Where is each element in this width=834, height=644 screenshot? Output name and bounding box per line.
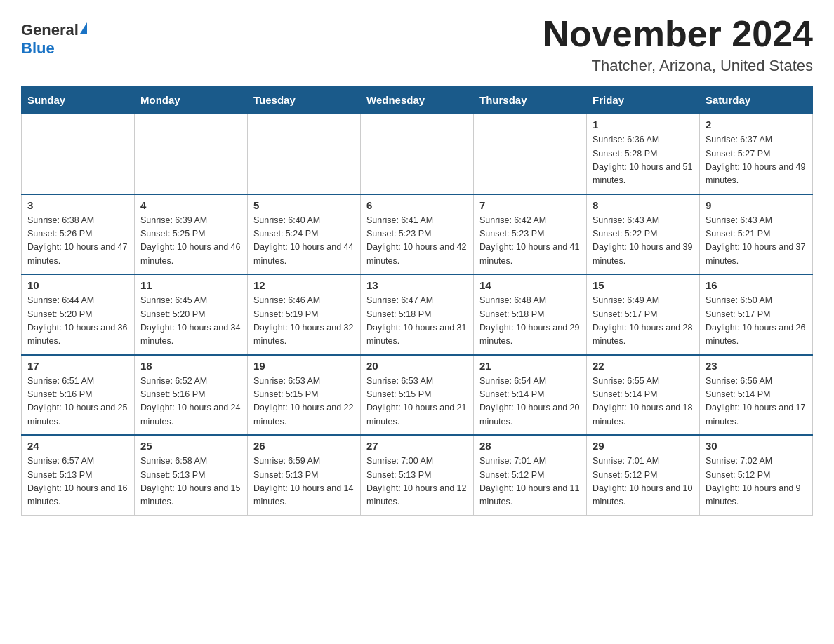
day-info: Sunrise: 6:37 AMSunset: 5:27 PMDaylight:…	[706, 133, 807, 188]
weekday-header-sunday: Sunday	[22, 87, 135, 114]
calendar-cell: 14Sunrise: 6:48 AMSunset: 5:18 PMDayligh…	[474, 274, 587, 355]
day-number: 12	[253, 279, 355, 291]
day-number: 3	[27, 199, 128, 211]
week-row-2: 3Sunrise: 6:38 AMSunset: 5:26 PMDaylight…	[22, 194, 813, 275]
week-row-5: 24Sunrise: 6:57 AMSunset: 5:13 PMDayligh…	[22, 435, 813, 515]
weekday-header-row: SundayMondayTuesdayWednesdayThursdayFrid…	[22, 87, 813, 114]
calendar-cell	[135, 114, 248, 194]
calendar-cell: 9Sunrise: 6:43 AMSunset: 5:21 PMDaylight…	[700, 194, 813, 275]
calendar-cell: 15Sunrise: 6:49 AMSunset: 5:17 PMDayligh…	[587, 274, 700, 355]
header: General Blue November 2024 Thatcher, Ari…	[21, 14, 813, 75]
day-info: Sunrise: 6:42 AMSunset: 5:23 PMDaylight:…	[479, 214, 581, 269]
day-number: 2	[706, 119, 807, 130]
day-number: 6	[366, 199, 468, 211]
logo: General Blue	[21, 14, 87, 58]
day-info: Sunrise: 6:51 AMSunset: 5:16 PMDaylight:…	[27, 375, 128, 429]
calendar-cell: 18Sunrise: 6:52 AMSunset: 5:16 PMDayligh…	[135, 355, 248, 436]
day-info: Sunrise: 6:53 AMSunset: 5:15 PMDaylight:…	[253, 375, 355, 429]
weekday-header-friday: Friday	[587, 87, 700, 114]
calendar-cell: 17Sunrise: 6:51 AMSunset: 5:16 PMDayligh…	[22, 355, 135, 436]
calendar-cell: 19Sunrise: 6:53 AMSunset: 5:15 PMDayligh…	[248, 355, 361, 436]
logo-triangle-icon	[80, 22, 87, 34]
calendar-cell: 29Sunrise: 7:01 AMSunset: 5:12 PMDayligh…	[587, 435, 700, 515]
calendar-cell: 11Sunrise: 6:45 AMSunset: 5:20 PMDayligh…	[135, 274, 248, 355]
calendar-cell: 5Sunrise: 6:40 AMSunset: 5:24 PMDaylight…	[248, 194, 361, 275]
week-row-4: 17Sunrise: 6:51 AMSunset: 5:16 PMDayligh…	[22, 355, 813, 436]
calendar-cell: 27Sunrise: 7:00 AMSunset: 5:13 PMDayligh…	[361, 435, 474, 515]
day-number: 1	[593, 119, 694, 130]
day-info: Sunrise: 6:57 AMSunset: 5:13 PMDaylight:…	[27, 455, 128, 509]
day-info: Sunrise: 7:00 AMSunset: 5:13 PMDaylight:…	[366, 455, 468, 509]
day-info: Sunrise: 6:36 AMSunset: 5:28 PMDaylight:…	[593, 133, 694, 188]
calendar-cell: 16Sunrise: 6:50 AMSunset: 5:17 PMDayligh…	[700, 274, 813, 355]
day-info: Sunrise: 6:59 AMSunset: 5:13 PMDaylight:…	[253, 455, 355, 509]
calendar-cell: 21Sunrise: 6:54 AMSunset: 5:14 PMDayligh…	[474, 355, 587, 436]
day-info: Sunrise: 6:47 AMSunset: 5:18 PMDaylight:…	[366, 294, 468, 349]
day-info: Sunrise: 6:46 AMSunset: 5:19 PMDaylight:…	[253, 294, 355, 349]
day-number: 22	[593, 360, 694, 372]
day-info: Sunrise: 6:55 AMSunset: 5:14 PMDaylight:…	[593, 375, 694, 429]
calendar-cell: 26Sunrise: 6:59 AMSunset: 5:13 PMDayligh…	[248, 435, 361, 515]
day-number: 23	[706, 360, 807, 372]
day-number: 10	[27, 279, 128, 291]
calendar-cell: 28Sunrise: 7:01 AMSunset: 5:12 PMDayligh…	[474, 435, 587, 515]
calendar-table: SundayMondayTuesdayWednesdayThursdayFrid…	[21, 86, 813, 516]
day-info: Sunrise: 7:02 AMSunset: 5:12 PMDaylight:…	[706, 455, 807, 509]
day-number: 16	[706, 279, 807, 291]
day-info: Sunrise: 6:40 AMSunset: 5:24 PMDaylight:…	[253, 214, 355, 269]
day-number: 17	[27, 360, 128, 372]
day-number: 7	[479, 199, 581, 211]
day-info: Sunrise: 6:45 AMSunset: 5:20 PMDaylight:…	[140, 294, 241, 349]
calendar-cell: 8Sunrise: 6:43 AMSunset: 5:22 PMDaylight…	[587, 194, 700, 275]
weekday-header-wednesday: Wednesday	[361, 87, 474, 114]
day-info: Sunrise: 6:50 AMSunset: 5:17 PMDaylight:…	[706, 294, 807, 349]
day-number: 27	[366, 440, 468, 452]
day-number: 15	[593, 279, 694, 291]
calendar-cell: 13Sunrise: 6:47 AMSunset: 5:18 PMDayligh…	[361, 274, 474, 355]
weekday-header-saturday: Saturday	[700, 87, 813, 114]
day-info: Sunrise: 6:49 AMSunset: 5:17 PMDaylight:…	[593, 294, 694, 349]
calendar-cell: 6Sunrise: 6:41 AMSunset: 5:23 PMDaylight…	[361, 194, 474, 275]
day-number: 29	[593, 440, 694, 452]
day-number: 20	[366, 360, 468, 372]
title-block: November 2024 Thatcher, Arizona, United …	[543, 14, 813, 75]
week-row-3: 10Sunrise: 6:44 AMSunset: 5:20 PMDayligh…	[22, 274, 813, 355]
calendar-cell: 22Sunrise: 6:55 AMSunset: 5:14 PMDayligh…	[587, 355, 700, 436]
day-number: 18	[140, 360, 241, 372]
day-info: Sunrise: 6:43 AMSunset: 5:22 PMDaylight:…	[593, 214, 694, 269]
day-info: Sunrise: 7:01 AMSunset: 5:12 PMDaylight:…	[479, 455, 581, 509]
day-number: 26	[253, 440, 355, 452]
day-number: 13	[366, 279, 468, 291]
day-number: 8	[593, 199, 694, 211]
calendar-cell: 7Sunrise: 6:42 AMSunset: 5:23 PMDaylight…	[474, 194, 587, 275]
day-number: 28	[479, 440, 581, 452]
page-subtitle: Thatcher, Arizona, United States	[543, 57, 813, 75]
calendar-cell	[474, 114, 587, 194]
calendar-cell: 24Sunrise: 6:57 AMSunset: 5:13 PMDayligh…	[22, 435, 135, 515]
day-number: 25	[140, 440, 241, 452]
day-number: 9	[706, 199, 807, 211]
weekday-header-thursday: Thursday	[474, 87, 587, 114]
calendar-cell: 20Sunrise: 6:53 AMSunset: 5:15 PMDayligh…	[361, 355, 474, 436]
logo-blue-text: Blue	[21, 39, 55, 58]
day-number: 5	[253, 199, 355, 211]
weekday-header-monday: Monday	[135, 87, 248, 114]
day-number: 24	[27, 440, 128, 452]
day-number: 30	[706, 440, 807, 452]
week-row-1: 1Sunrise: 6:36 AMSunset: 5:28 PMDaylight…	[22, 114, 813, 194]
calendar-cell: 25Sunrise: 6:58 AMSunset: 5:13 PMDayligh…	[135, 435, 248, 515]
day-number: 4	[140, 199, 241, 211]
day-info: Sunrise: 6:39 AMSunset: 5:25 PMDaylight:…	[140, 214, 241, 269]
calendar-cell: 10Sunrise: 6:44 AMSunset: 5:20 PMDayligh…	[22, 274, 135, 355]
day-info: Sunrise: 7:01 AMSunset: 5:12 PMDaylight:…	[593, 455, 694, 509]
day-info: Sunrise: 6:56 AMSunset: 5:14 PMDaylight:…	[706, 375, 807, 429]
calendar-cell: 12Sunrise: 6:46 AMSunset: 5:19 PMDayligh…	[248, 274, 361, 355]
calendar-cell: 3Sunrise: 6:38 AMSunset: 5:26 PMDaylight…	[22, 194, 135, 275]
calendar-cell: 30Sunrise: 7:02 AMSunset: 5:12 PMDayligh…	[700, 435, 813, 515]
day-info: Sunrise: 6:41 AMSunset: 5:23 PMDaylight:…	[366, 214, 468, 269]
day-info: Sunrise: 6:53 AMSunset: 5:15 PMDaylight:…	[366, 375, 468, 429]
calendar-cell: 1Sunrise: 6:36 AMSunset: 5:28 PMDaylight…	[587, 114, 700, 194]
calendar-cell: 2Sunrise: 6:37 AMSunset: 5:27 PMDaylight…	[700, 114, 813, 194]
day-info: Sunrise: 6:43 AMSunset: 5:21 PMDaylight:…	[706, 214, 807, 269]
day-info: Sunrise: 6:38 AMSunset: 5:26 PMDaylight:…	[27, 214, 128, 269]
